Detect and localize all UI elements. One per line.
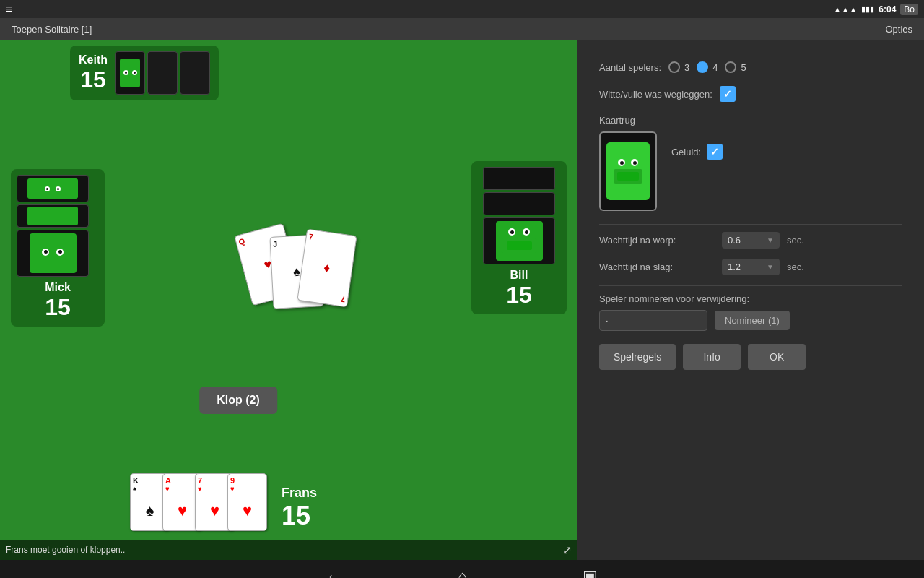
radio-4[interactable] — [697, 61, 708, 73]
monster-eyes — [618, 159, 638, 166]
game-status-bar: Frans moet gooien of kloppen.. ⤢ — [0, 540, 578, 560]
worp-label: Wachttijd na worp: — [599, 235, 715, 246]
options-title: Opties — [885, 24, 912, 35]
spelers-label: Aantal spelers: — [599, 62, 661, 73]
slag-row: Wachttijd na slag: 1.2 ▼ sec. — [599, 259, 902, 275]
spelers-3[interactable]: 3 — [668, 61, 689, 73]
geluid-label: Geluid: — [671, 147, 701, 158]
mick-card-1 — [17, 175, 89, 202]
player-bill-area: Bill 15 — [471, 161, 567, 314]
worp-input[interactable]: 0.6 ▼ — [722, 232, 780, 249]
keith-name: Keith — [79, 53, 108, 66]
menu-icon[interactable]: ≡ — [6, 3, 12, 16]
monster-detail — [617, 172, 639, 181]
user-initials: Bo — [900, 4, 918, 15]
keith-card-3 — [180, 51, 210, 95]
nav-bar: ← ⌂ ▣ — [0, 560, 924, 578]
bill-card-1 — [483, 167, 555, 190]
keith-card-1 — [115, 51, 145, 95]
options-panel: Aantal spelers: 3 4 5 Witte/vuile was we… — [578, 40, 924, 560]
kaartrug-row: Kaartrug — [599, 115, 902, 211]
bill-card-2 — [483, 192, 555, 215]
witte-row: Witte/vuile was wegleggen: ✓ — [599, 86, 902, 102]
player-frans-area: K ♠ ♠ A ♥ ♥ 7 ♥ ♥ 9 — [130, 473, 317, 531]
player-mick-box: Mick 15 — [11, 169, 105, 327]
game-area: Keith 15 — [0, 40, 578, 560]
slag-input[interactable]: 1.2 ▼ — [722, 259, 780, 275]
frans-name: Frans — [282, 486, 317, 501]
pupil-left — [620, 161, 624, 165]
info-button[interactable]: Info — [683, 344, 741, 370]
game-title: Toepen Solitaire [1] — [12, 24, 92, 35]
title-bar: Toepen Solitaire [1] Opties — [0, 18, 924, 40]
monster-eye-right — [631, 159, 638, 166]
nomineer-label: Speler nomineren voor verwijdering: — [599, 293, 902, 304]
witte-label: Witte/vuile was wegleggen: — [599, 89, 712, 100]
game-status-text: Frans moet gooien of kloppen.. — [6, 545, 125, 555]
slag-arrow[interactable]: ▼ — [767, 263, 774, 271]
battery-icon: ▮▮▮ — [861, 4, 874, 14]
nomineer-section: Speler nomineren voor verwijdering: · No… — [599, 293, 902, 331]
monster-preview — [606, 142, 650, 200]
slag-label: Wachttijd na slag: — [599, 262, 715, 272]
status-bar: ≡ ▲▲▲ ▮▮▮ 6:04 Bo — [0, 0, 924, 18]
geluid-section: Geluid: ✓ — [671, 144, 723, 160]
home-button[interactable]: ⌂ — [458, 567, 467, 579]
slag-sec: sec. — [787, 262, 804, 272]
pupil-right — [633, 161, 637, 165]
nomineer-button[interactable]: Nomineer (1) — [715, 311, 790, 330]
mick-card-2 — [17, 204, 89, 228]
geluid-checkbox[interactable]: ✓ — [707, 144, 723, 160]
bill-card-3 — [483, 217, 555, 264]
player-frans-info: Frans 15 — [282, 486, 317, 531]
back-button[interactable]: ← — [326, 567, 342, 579]
signal-icon: ▲▲▲ — [834, 5, 858, 14]
mick-cards — [17, 175, 99, 277]
kaartrug-section: Kaartrug — [599, 115, 657, 211]
time-display: 6:04 — [879, 4, 896, 14]
frans-score: 15 — [282, 501, 317, 531]
bill-score: 15 — [483, 282, 555, 309]
monster-eye-left — [618, 159, 625, 166]
bill-cards — [483, 167, 555, 264]
keith-card-2 — [147, 51, 178, 95]
center-card-3: 7 ♦ 7 — [297, 229, 357, 308]
player-keith-area: Keith 15 — [70, 46, 219, 100]
nomineer-input[interactable]: · — [599, 310, 707, 331]
bill-name: Bill — [483, 269, 555, 282]
divider-1 — [599, 224, 902, 225]
player-keith-box: Keith 15 — [70, 46, 219, 100]
klop-button[interactable]: Klop (2) — [199, 387, 277, 414]
worp-row: Wachttijd na worp: 0.6 ▼ sec. — [599, 232, 902, 249]
mick-score: 15 — [17, 294, 99, 321]
frans-card-9[interactable]: 9 ♥ ♥ — [227, 473, 267, 531]
nomineer-input-row: · Nomineer (1) — [599, 310, 902, 331]
mick-card-3 — [17, 230, 89, 277]
keith-cards — [115, 51, 210, 95]
mick-name: Mick — [17, 281, 99, 294]
apps-button[interactable]: ▣ — [583, 567, 598, 579]
spelers-row: Aantal spelers: 3 4 5 — [599, 61, 902, 73]
ok-button[interactable]: OK — [748, 344, 806, 370]
spelers-4[interactable]: 4 — [697, 61, 718, 73]
monster-body — [614, 169, 642, 184]
expand-icon[interactable]: ⤢ — [562, 543, 572, 557]
spelers-5[interactable]: 5 — [725, 61, 746, 73]
radio-5[interactable] — [725, 61, 736, 73]
keith-score: 15 — [79, 66, 108, 93]
main-content: Keith 15 — [0, 40, 924, 560]
divider-2 — [599, 285, 902, 286]
worp-arrow[interactable]: ▼ — [767, 236, 774, 244]
spelregels-button[interactable]: Spelregels — [599, 344, 676, 370]
action-buttons: Spelregels Info OK — [599, 344, 902, 370]
kaartrug-label: Kaartrug — [599, 115, 657, 126]
frans-cards: K ♠ ♠ A ♥ ♥ 7 ♥ ♥ 9 — [130, 473, 267, 531]
witte-checkbox[interactable]: ✓ — [720, 86, 736, 102]
player-bill-box: Bill 15 — [471, 161, 567, 314]
worp-sec: sec. — [787, 235, 804, 246]
radio-3[interactable] — [668, 61, 680, 73]
card-back-preview[interactable] — [599, 131, 657, 211]
center-cards: Q ♥ Q J ♠ J 7 ♦ 7 — [243, 228, 358, 358]
player-mick-area: Mick 15 — [11, 169, 105, 327]
